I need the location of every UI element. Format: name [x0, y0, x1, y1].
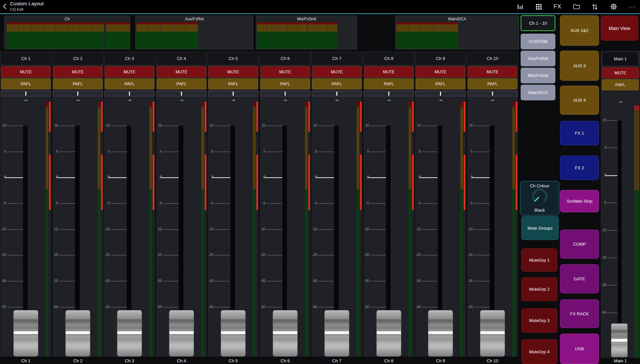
pan-slider[interactable]	[416, 91, 465, 96]
fader-handle-line	[117, 331, 142, 334]
channel-name-header[interactable]: Ch 3	[104, 52, 155, 65]
mute-group-button-4[interactable]: MuteGrp 4	[521, 339, 557, 364]
fader-handle[interactable]	[324, 310, 349, 357]
channel-name-header[interactable]: Ch 6	[260, 52, 311, 65]
quick-button-fx-rack[interactable]: FX RACK	[560, 299, 599, 328]
fader-handle[interactable]	[273, 310, 298, 357]
mute-group-button-2[interactable]: MuteGrp 2	[521, 277, 557, 301]
layout-button-main-dca[interactable]: Main/DCA	[521, 85, 555, 100]
apps-grid-icon[interactable]	[534, 2, 543, 11]
fx-icon[interactable]: FX	[553, 2, 562, 11]
mute-button[interactable]: MUTE	[53, 66, 103, 77]
quick-button-scribble-strip[interactable]: Scribble Strip	[560, 190, 599, 212]
folder-icon[interactable]	[572, 2, 581, 11]
pafl-button[interactable]: PAFL	[312, 78, 362, 89]
mute-button[interactable]: MUTE	[105, 66, 154, 77]
back-button[interactable]	[1, 3, 9, 11]
pan-slider[interactable]	[364, 91, 414, 96]
fader-handle[interactable]	[65, 310, 90, 357]
channel-name-header[interactable]: Ch 1	[0, 52, 51, 65]
main-mute-button[interactable]: MUTE	[602, 67, 639, 78]
mute-button[interactable]: MUTE	[1, 66, 51, 77]
pan-slider[interactable]	[157, 91, 206, 96]
pafl-button[interactable]: PAFL	[157, 78, 206, 89]
fader-handle[interactable]	[117, 310, 142, 357]
fader-handle[interactable]	[428, 310, 453, 357]
main-name-header[interactable]: Main 1	[602, 52, 639, 66]
fader-handle[interactable]	[221, 310, 246, 357]
main-fader-track[interactable]	[618, 120, 622, 347]
mute-group-button-1[interactable]: MuteGrp 1	[521, 248, 557, 272]
pan-slider[interactable]	[53, 91, 103, 96]
fader-scale-tick	[606, 175, 617, 176]
mute-group-button-3[interactable]: MuteGrp 3	[521, 308, 557, 333]
mute-button[interactable]: MUTE	[312, 66, 362, 77]
pan-slider[interactable]	[260, 91, 310, 96]
overview-group-mix-fxsnd[interactable]: Mix/FxSnd	[256, 16, 357, 49]
pafl-button[interactable]: PAFL	[208, 78, 258, 89]
channel-name-header[interactable]: Ch 9	[415, 52, 466, 65]
quick-button-aux-1-2[interactable]: AUX 1&2	[560, 15, 599, 46]
main-pafl-button[interactable]: PAFL	[602, 79, 639, 90]
mute-button[interactable]: MUTE	[416, 66, 465, 77]
mute-button[interactable]: MUTE	[260, 66, 310, 77]
quick-button-aux-4[interactable]: AUX 4	[560, 86, 599, 115]
pan-slider[interactable]	[105, 91, 154, 96]
fader-scale-tick	[422, 152, 438, 152]
quick-button-usb[interactable]: USB	[560, 334, 599, 364]
fader-handle[interactable]	[13, 310, 38, 357]
ch-colour-knob[interactable]	[520, 188, 559, 207]
fader-handle[interactable]	[376, 310, 401, 357]
channel-name-header[interactable]: Ch 5	[208, 52, 259, 65]
overview-mini-channel	[434, 22, 446, 49]
pafl-button[interactable]: PAFL	[416, 78, 465, 89]
page-title: Custom Layout	[10, 1, 44, 6]
settings-gear-icon[interactable]	[609, 2, 618, 11]
mute-button[interactable]: MUTE	[364, 66, 414, 77]
layout-button-mix-fxsnd[interactable]: Mix/FxSnd	[521, 68, 555, 83]
overview-group-aux-fxret[interactable]: Aux/FxRet	[135, 16, 253, 49]
fader-handle[interactable]	[480, 310, 505, 357]
channel-name-header[interactable]: Ch 7	[311, 52, 362, 65]
quick-button-fx-1[interactable]: FX 1	[560, 121, 599, 145]
mute-groups-button[interactable]: Mute Groups	[521, 216, 559, 240]
pafl-button[interactable]: PAFL	[53, 78, 103, 89]
fader-scale-label: -30	[52, 279, 58, 283]
mini-pafl-block	[80, 24, 92, 32]
mute-button[interactable]: MUTE	[208, 66, 258, 77]
main-fader-handle[interactable]	[611, 323, 628, 357]
more-icon[interactable]: ...	[628, 1, 637, 13]
io-arrows-icon[interactable]	[590, 2, 599, 11]
fader-scale-tick	[422, 203, 438, 204]
channel-name-header[interactable]: Ch 8	[363, 52, 414, 65]
quick-button-gate[interactable]: GATE	[560, 264, 599, 293]
overview-mini-channel	[396, 22, 409, 49]
pafl-button[interactable]: PAFL	[260, 78, 310, 89]
overview-group-main-dca[interactable]: Main/DCA	[395, 16, 519, 49]
ch-colour-panel[interactable]: Ch Colour Black	[520, 181, 559, 215]
layout-button-ch-1-10[interactable]: Ch 1 - 10	[521, 15, 555, 31]
layout-button-aux-fxret[interactable]: Aux/FxRet	[521, 51, 555, 66]
channel-name-header[interactable]: Ch 2	[52, 52, 103, 65]
pafl-button[interactable]: PAFL	[105, 78, 154, 89]
pan-slider[interactable]	[1, 91, 51, 96]
pan-slider[interactable]	[312, 91, 362, 96]
overview-group-ch[interactable]: Ch	[4, 16, 130, 49]
pan-slider[interactable]	[468, 91, 517, 96]
pan-slider[interactable]	[208, 91, 258, 96]
meters-icon[interactable]	[516, 2, 525, 11]
mute-button[interactable]: MUTE	[157, 66, 206, 77]
channel-name-header[interactable]: Ch 4	[156, 52, 207, 65]
fader-handle[interactable]	[169, 310, 194, 357]
pafl-button[interactable]: PAFL	[364, 78, 414, 89]
main-view-button[interactable]: Main View	[601, 16, 638, 41]
pafl-button[interactable]: PAFL	[1, 78, 51, 89]
layout-button-custom[interactable]: CUSTOM	[521, 34, 555, 49]
mute-button[interactable]: MUTE	[468, 66, 517, 77]
neg-inf-label: -∞	[363, 98, 414, 102]
pafl-button[interactable]: PAFL	[468, 78, 517, 89]
quick-button-fx-2[interactable]: FX 2	[560, 156, 599, 180]
quick-button-comp[interactable]: COMP	[560, 230, 599, 259]
quick-button-aux-3[interactable]: AUX 3	[560, 51, 599, 81]
channel-name-header[interactable]: Ch 10	[467, 52, 518, 65]
